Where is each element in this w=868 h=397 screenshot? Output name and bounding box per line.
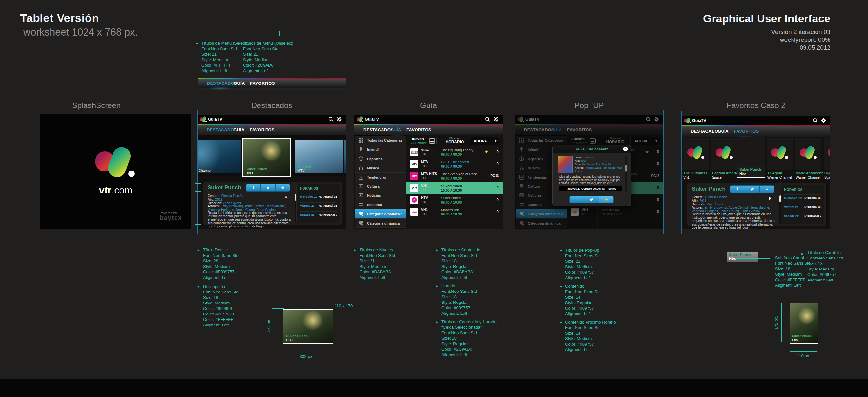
sidebar-item-nacional[interactable]: Nacional [355,200,406,209]
search-icon[interactable] [485,117,490,122]
gear-icon[interactable] [821,118,826,123]
spec-title: Descripción [203,285,239,289]
poster-card[interactable]: One Day MTV [295,140,343,173]
twitter-button[interactable] [745,186,760,193]
detail-meta: Genero : Ciencia Ficción Año: 2011 Direc… [208,194,290,212]
screen-guia: GuíaTV DESTACADOS GUÍA FAVORITOS Todas l… [354,115,503,229]
tab-guia[interactable]: GUÍA [390,128,401,132]
vtr-mark-icon [359,211,363,216]
detail-panel: Suker Punch f ★ Genero : Ciencia Ficción… [203,182,342,225]
tab-favoritos[interactable]: FAVORITOS [406,128,431,132]
guide-line [35,229,196,229]
favorite-button[interactable]: ★ [276,185,290,191]
layers-icon [359,202,363,207]
horario-row[interactable]: Sabado 2207:40Canal 7 [300,211,337,218]
measure-line [354,241,504,241]
tab-destacados[interactable]: DESTACADOS [363,128,394,132]
sidebar-item-categoria-dinamica[interactable]: Categoria dinámica ✓ [355,209,406,219]
tab-guia[interactable]: GUÍA [718,129,729,134]
tab-favoritos[interactable]: FAVORITOS [250,128,275,132]
tab-favoritos[interactable]: FAVORITOS [250,81,275,86]
channel-row-selected[interactable]: VH1 VH1 111 Suker Punch 10:00 A 10:30 R [406,182,503,194]
favorite-card[interactable] [795,137,821,170]
sidebar-item-tendencias[interactable]: Tendencias [355,173,406,182]
horario-row[interactable]: Sabado 2207:40Canal 7 [784,212,822,219]
measure-tick [497,241,497,246]
twitter-button[interactable] [584,196,599,203]
channel-row[interactable]: MTV MTV 105 GLEE The concert 09:00 A 09:… [406,158,503,170]
detail-description: Relata la historia de una joven que es i… [692,212,775,229]
horario-row[interactable]: Miércoles 1907:40Canal 35 [784,194,822,201]
favorite-card[interactable] [711,137,737,170]
facebook-button[interactable]: f [570,196,584,203]
detail-panel: Suker Punch f ★ Genero : Ciencia Ficción… [687,183,826,226]
guide-line [830,111,831,234]
gear-icon[interactable] [494,117,499,122]
sidebar-item-todas[interactable]: Todas las Categorias [355,136,406,145]
horario-row[interactable]: Viernes 2107:40Canal 35 [784,203,822,210]
horarios-title: HORARIOS [300,186,318,190]
tabbar-sample: DESTACADOS GUÍA FAVORITOS [197,78,346,91]
sidebar-item-noticias[interactable]: Noticias [355,191,406,200]
tab-bar: DESTACADOS GUÍA FAVORITOS [197,125,346,136]
search-icon[interactable] [813,118,818,123]
guide-topbar: Jueves 27 Octubre Filtrar por HORARIO AH… [406,135,503,146]
spec-titulo-caratula: Título de Carátula Font:Neo Sans Std Siz… [807,251,843,284]
sidebar-item-infantil[interactable]: Infantil [355,145,406,154]
measure-tick [279,31,280,36]
gear-icon[interactable] [337,117,342,122]
poster-card[interactable]: Avatar Warner Channel [344,140,346,173]
close-icon[interactable]: ✕ [623,146,628,152]
scrollbar-thumb[interactable] [625,165,627,172]
favorite-card[interactable] [683,137,709,170]
tab-destacados[interactable]: DESTACADOS [207,81,237,86]
sidebar-item-cultura[interactable]: Cultura [355,182,406,191]
horario-row[interactable]: Miércoles 1907:40Canal 35 [300,193,337,200]
measure-line [195,184,195,274]
arrow-icon: ► [238,41,240,45]
scrollbar[interactable] [625,156,627,192]
sidebar-item-categoria-dinamica-2[interactable]: Categoria dinámica [355,219,406,228]
guide-day: Jueves [411,137,424,141]
calendar-button[interactable] [428,137,437,145]
sidebar-item-musica[interactable]: Música [355,163,406,172]
ahora-dropdown[interactable]: AHORA ▼ [470,137,499,145]
check-icon: ✓ [400,211,403,216]
detail-title: Suker Punch [692,186,725,192]
favorite-card[interactable] [824,137,830,170]
favorite-card[interactable] [767,137,793,170]
favorite-button[interactable]: ★ [760,186,774,193]
trend-chart-icon [359,175,363,179]
share-buttons: f ★ [730,186,774,193]
favorite-card-selected[interactable]: Suker Punch Hbo [737,136,765,178]
spec-title: Horario [441,284,477,288]
dimension-tick [272,308,284,309]
horario-row[interactable]: Viernes 2107:40Canal 35 [300,202,337,209]
tab-destacados[interactable]: DESTACADOS [691,129,721,134]
channel-row[interactable]: h HTV 107 Suker Punch 09:00 A 10:00 R [406,194,503,206]
poster-card[interactable]: Avatar Warner Channel [197,140,241,173]
sidebar-item-deportes[interactable]: Deportes [355,154,406,163]
rating-badge: R [497,186,499,190]
channel-row[interactable]: MTV MTV HITS 117 The Seven Age of Rock 0… [406,170,503,182]
channel-logo: VIAX [410,148,418,156]
channel-row[interactable]: VH1 VH1 105 Monster Ink. 09:30 A 10:30 R [406,206,503,218]
dimension-tick [779,342,788,342]
facebook-button[interactable]: f [730,186,745,193]
tab-favoritos[interactable]: FAVORITOS [734,129,759,134]
search-icon[interactable] [329,117,334,122]
poster-card-selected[interactable]: Suker Punch HBO [242,138,291,177]
rating-badge: R [769,196,772,200]
measure-tick [356,241,357,246]
chevron-down-icon: ▼ [495,139,497,142]
tab-guia[interactable]: GUÍA [234,81,245,86]
section-title-guia: Guía [354,101,503,110]
channel-row[interactable]: VIAX VIAX 107 The Big Bang Theory 09:00 … [406,146,503,158]
facebook-button[interactable]: f [246,185,261,191]
twitter-button[interactable] [261,185,275,191]
dimension-line [781,302,781,342]
favorite-star-icon[interactable]: ★ [485,150,488,154]
tab-guia[interactable]: GUÍA [234,128,245,132]
favorite-button-active[interactable]: ★ [599,196,614,203]
tab-destacados[interactable]: DESTACADOS [207,128,237,132]
